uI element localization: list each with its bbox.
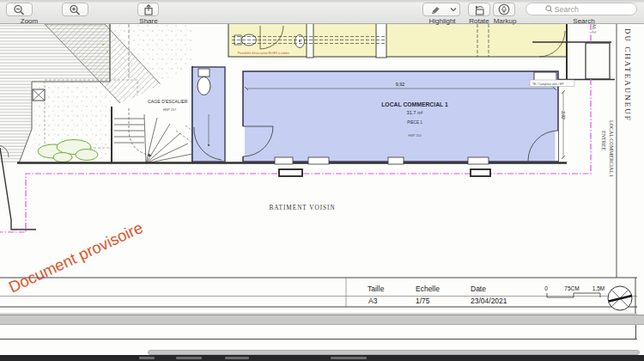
- size-header: Taille: [368, 285, 385, 293]
- search-input[interactable]: [553, 4, 618, 15]
- rotate-icon: [473, 4, 485, 15]
- highlight-dropdown-button[interactable]: [447, 3, 460, 16]
- floor-plan-svg: Possibilité d'évacuation EU/EV à valider: [0, 0, 644, 361]
- next-page-border-line: [0, 339, 637, 340]
- stairwell-hsp: HSP 257: [163, 108, 176, 112]
- markup-button[interactable]: [493, 3, 515, 16]
- size-value: A3: [368, 297, 378, 305]
- scalebar-zero: 0: [544, 285, 548, 291]
- local-commercial-hsp: HSP 250: [408, 134, 421, 138]
- scalebar-mid: 75CM: [564, 285, 579, 291]
- wc-room: [192, 67, 225, 162]
- neighbor-building-label: BATIMENT VOISIN: [269, 205, 335, 211]
- evacuation-note: Possibilité d'évacuation EU/EV à valider: [238, 52, 290, 55]
- search-field[interactable]: [526, 3, 637, 15]
- bottom-dark-strip: [0, 355, 644, 361]
- scale-header: Echelle: [416, 285, 440, 293]
- entrance1-line2: LOCAL COMMERCIAL 1: [609, 120, 614, 177]
- date-header: Date: [471, 285, 486, 293]
- scale-value: 1/75: [416, 297, 430, 305]
- compass-icon: [608, 286, 632, 310]
- zoom-group-label: Zoom: [12, 17, 46, 25]
- room-depth-dimension: 2,92: [561, 111, 566, 119]
- local-commercial-piece: PIECE 1: [407, 120, 422, 125]
- search-field-label: Search: [567, 17, 601, 25]
- scalebar-end: 1,5M: [592, 285, 605, 291]
- zoom-in-button[interactable]: [62, 3, 88, 16]
- next-page-right-line: [635, 325, 636, 339]
- highlight-pen-icon: [430, 4, 441, 15]
- local-commercial-name: LOCAL COMMERCIAL 1: [381, 101, 448, 107]
- share-button-label: Share: [131, 17, 166, 25]
- highlight-button-label: Highlight: [422, 17, 462, 25]
- zoom-out-icon: [13, 4, 26, 15]
- local-commercial-area: 31.7 m²: [407, 110, 423, 115]
- horizontal-scrollbar-thumb[interactable]: [148, 350, 640, 355]
- stairwell-label: CAGE D'ESCALIER: [148, 99, 188, 104]
- street-name-label: DU CHATEAUNEUF: [623, 28, 632, 122]
- highlight-button[interactable]: [422, 3, 448, 16]
- share-icon: [143, 4, 154, 15]
- rotate-button[interactable]: [468, 3, 490, 16]
- zoom-out-button[interactable]: [6, 3, 33, 16]
- chevron-down-icon: [450, 7, 457, 12]
- share-button[interactable]: [137, 3, 159, 16]
- preview-toolbar: Zoom Share Highlight Rotate: [0, 0, 644, 24]
- entrance1-line1: ENTREE: [601, 131, 606, 150]
- date-value: 23/04/2021: [471, 297, 507, 305]
- markup-button-label: Markup: [489, 17, 520, 25]
- page-gap: [0, 315, 644, 325]
- column-symbol: [33, 89, 45, 101]
- zoom-in-icon: [69, 4, 82, 15]
- markup-icon: [498, 3, 510, 15]
- search-icon: [545, 5, 553, 13]
- room-width-dimension: 9,92: [396, 82, 405, 87]
- meter-note-label: TE / Compteur elec / EP: [532, 83, 564, 86]
